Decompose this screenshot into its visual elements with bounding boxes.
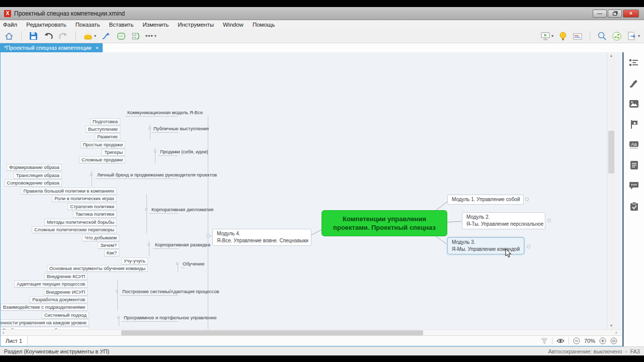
comments-icon[interactable] [629, 182, 639, 190]
format-brush-icon[interactable] [629, 79, 639, 88]
collapse-dot[interactable] [206, 234, 210, 237]
topic-node[interactable]: Выступление [86, 126, 120, 133]
more-tools-button[interactable]: •••▾ [145, 30, 156, 42]
image-icon[interactable] [629, 100, 639, 108]
topic-node[interactable]: Публичные выступления [151, 126, 178, 133]
module-2-line2: Я-Ты. Управление персональное [466, 221, 541, 228]
topic-structure-icon[interactable] [629, 58, 639, 67]
collapse-dot[interactable] [547, 219, 551, 222]
topic-node[interactable]: Что добываем [82, 234, 119, 241]
topic-node[interactable]: Правила большой политики в компаниях [21, 188, 117, 195]
topic-node[interactable]: Корпоративная разведка [153, 242, 178, 249]
tab-close-icon[interactable]: × [96, 43, 99, 52]
topic-node[interactable]: Роли в политических играх [52, 195, 117, 202]
horizontal-scrollbar[interactable]: ‹ › [1, 329, 622, 335]
redo-button[interactable] [58, 30, 68, 42]
idea-button[interactable] [558, 30, 568, 42]
restore-button[interactable] [608, 10, 622, 18]
collapse-dot[interactable] [527, 245, 530, 248]
topic-node[interactable]: Тригеры [102, 149, 125, 156]
menu-view[interactable]: Показать [75, 22, 100, 28]
menu-modify[interactable]: Изменить [142, 22, 169, 28]
zoom-in-icon[interactable] [599, 337, 606, 344]
document-tab[interactable]: *Проектный спецназ компетенции × [0, 43, 103, 52]
menu-edit[interactable]: Редактировать [26, 22, 66, 28]
topic-node[interactable]: Особенности управления на каждом уровне [1, 319, 89, 326]
menu-tools[interactable]: Инструменты [178, 22, 214, 28]
topic-node[interactable]: Основные инструменты обучения команды [47, 265, 148, 272]
menu-window[interactable]: Window [223, 22, 244, 28]
highlighter-button[interactable]: ▾ [83, 30, 96, 42]
close-button[interactable]: × [623, 10, 639, 18]
module-4-node[interactable]: Модуль 4. Я-Все. Управление вовне. Спецн… [212, 229, 311, 246]
menu-insert[interactable]: Вставить [109, 22, 134, 28]
share-button[interactable] [612, 30, 622, 42]
boundary-button[interactable] [116, 30, 126, 42]
search-button[interactable] [597, 30, 607, 42]
mindmap-canvas[interactable]: Коммуникационная модель Я-Все Подготовка… [1, 52, 615, 329]
dropdown-caret-icon: ▾ [94, 34, 96, 38]
topic-node[interactable]: Разработка документов [30, 296, 88, 303]
branch-line [146, 194, 147, 233]
horizontal-scroll-thumb[interactable] [121, 330, 423, 335]
topic-node[interactable]: Подготовка [90, 118, 120, 125]
scroll-up-icon[interactable]: ▲ [607, 54, 615, 57]
topic-node[interactable]: Тактика политики [73, 211, 117, 218]
vertical-scrollbar[interactable]: ▲ ▼ [607, 52, 615, 329]
module-1-node[interactable]: Модуль 1. Управление собой [447, 195, 524, 205]
topic-node[interactable]: Формирование образа [7, 164, 62, 171]
module-3-node[interactable]: Модуль 3. Я-Мы. Управление командой [447, 237, 524, 254]
collapse-dot[interactable] [525, 198, 529, 201]
eye-icon[interactable] [556, 338, 565, 344]
export-button[interactable]: ▾ [627, 30, 640, 42]
topic-node[interactable]: Внедрение ИСУП [44, 289, 88, 296]
central-topic[interactable]: Компетенции управления проектами. Проект… [321, 210, 447, 236]
menu-help[interactable]: Помощь [253, 22, 275, 28]
topic-node[interactable]: Стратегия политики [67, 203, 117, 210]
summary-button[interactable] [131, 30, 140, 42]
topic-node[interactable]: Трансляция образа [14, 172, 62, 179]
topic-node[interactable]: Сложные политические переговоры [32, 226, 117, 233]
topic-node[interactable]: Простые продажи [80, 141, 125, 148]
sheet-tab[interactable]: Лист 1 [1, 336, 28, 346]
scroll-down-icon[interactable]: ▼ [607, 324, 615, 327]
fit-map-icon[interactable] [610, 337, 617, 344]
home-button[interactable] [4, 30, 14, 42]
save-button[interactable] [29, 30, 38, 42]
topic-node[interactable]: Программное и портфельное управление [122, 315, 178, 322]
branch-line [178, 264, 178, 272]
topic-node[interactable]: Корпоративная дипломатия [149, 207, 178, 214]
filter-icon[interactable] [541, 338, 548, 344]
task-clipboard-icon[interactable] [630, 202, 638, 211]
notes-icon[interactable] [630, 160, 638, 170]
vertical-scroll-thumb[interactable] [608, 131, 614, 173]
topic-node[interactable]: Взаимодействие с подразделениями [1, 304, 88, 311]
relationship-button[interactable] [101, 30, 111, 42]
presentation-button[interactable]: ▾ [540, 30, 553, 42]
topic-node[interactable]: Обучение [181, 261, 185, 268]
marker-flag-icon[interactable] [629, 120, 638, 129]
topic-node[interactable]: Сложные продажи [79, 156, 125, 163]
minimize-button[interactable]: — [593, 10, 607, 18]
topic-node[interactable]: Зачем? [98, 242, 119, 249]
sticker-icon[interactable]: Aa [629, 141, 639, 149]
topic-node[interactable]: Личный бренд и продвижение руководителя … [95, 172, 178, 179]
zoom-out-icon[interactable] [573, 337, 580, 344]
topic-node[interactable]: Как? [104, 249, 119, 256]
undo-button[interactable] [43, 30, 53, 42]
junction-dot [90, 173, 93, 176]
topic-node[interactable]: Построение системы/Адаптация процессов [120, 289, 178, 296]
topic-node[interactable]: Адаптация текущих процессов [14, 281, 88, 288]
topic-node[interactable]: Методы политической борьбы [44, 219, 117, 226]
topic-node[interactable]: Учу-учусь [121, 257, 148, 264]
slide-card-button[interactable] [573, 30, 583, 42]
topic-node[interactable]: Продажи (себя, идеи) [158, 149, 178, 156]
module-2-node[interactable]: Модуль 2. Я-Ты. Управление персональное [462, 212, 545, 229]
topic-node[interactable]: Развитие [95, 133, 120, 140]
topic-node[interactable]: Коммуникационная модель Я-Все [125, 110, 178, 117]
topic-node[interactable]: Внедрение КСУП [44, 273, 88, 280]
topic-node[interactable]: Системный подход [42, 312, 89, 319]
zoom-level[interactable]: 70% [584, 338, 595, 344]
topic-node[interactable]: Сопровождение образа [5, 179, 62, 187]
menu-file[interactable]: Файл [3, 22, 17, 28]
